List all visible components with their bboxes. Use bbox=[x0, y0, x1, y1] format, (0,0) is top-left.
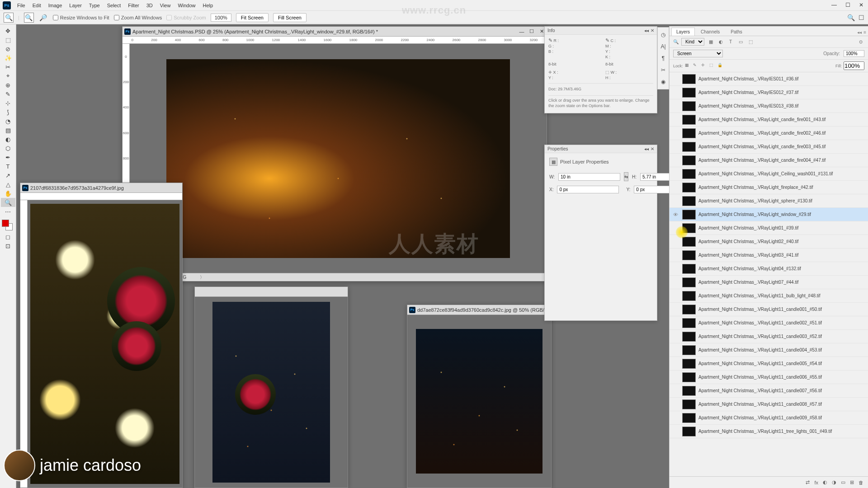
visibility-toggle[interactable] bbox=[671, 156, 679, 164]
menu-layer[interactable]: Layer bbox=[66, 3, 85, 8]
layer-item[interactable]: Apartment_Night Christmas_.VRayLight01_#… bbox=[670, 221, 868, 235]
canvas-tree[interactable] bbox=[195, 297, 348, 488]
screen-mode[interactable]: ⊡ bbox=[1, 241, 15, 250]
tool-path[interactable]: ↗ bbox=[1, 171, 15, 180]
blend-mode-select[interactable]: Screen bbox=[673, 50, 723, 57]
mask-icon[interactable]: ◐ bbox=[823, 479, 827, 485]
fit-screen-button[interactable]: Fit Screen bbox=[236, 13, 269, 22]
adjustments-icon[interactable]: ✂ bbox=[659, 65, 668, 75]
tool-zoom[interactable]: 🔍 bbox=[1, 198, 15, 207]
visibility-toggle[interactable] bbox=[671, 89, 679, 97]
tab-channels[interactable]: Channels bbox=[696, 28, 725, 36]
lock-image-icon[interactable]: ✎ bbox=[693, 63, 699, 69]
close-button[interactable]: ✕ bbox=[854, 0, 868, 10]
tool-hand[interactable]: ✋ bbox=[1, 189, 15, 198]
filter-shape-icon[interactable]: ▭ bbox=[737, 38, 744, 46]
filter-smart-icon[interactable]: ⬚ bbox=[747, 38, 754, 46]
layer-item[interactable]: Apartment_Night Christmas_.VRayIES013_#3… bbox=[670, 99, 868, 113]
layer-item[interactable]: Apartment_Night Christmas_.VRayLight07_#… bbox=[670, 276, 868, 289]
libraries-icon[interactable]: ◉ bbox=[659, 76, 668, 87]
lock-all-icon[interactable]: 🔒 bbox=[717, 63, 724, 69]
menu-view[interactable]: View bbox=[156, 3, 175, 8]
layer-item[interactable]: Apartment_Night Christmas_.VRayLight11_c… bbox=[670, 330, 868, 343]
layer-item[interactable]: Apartment_Night Christmas_.VRayLight_Cei… bbox=[670, 167, 868, 181]
close-icon[interactable]: ✕ bbox=[651, 28, 654, 33]
visibility-toggle[interactable] bbox=[671, 346, 679, 354]
doc-minimize[interactable]: — bbox=[517, 27, 527, 36]
layer-item[interactable]: Apartment_Night Christmas_.VRayLight03_#… bbox=[670, 249, 868, 262]
scrubby-zoom-checkbox[interactable]: Scrubby Zoom bbox=[166, 15, 206, 20]
filter-pixel-icon[interactable]: ▦ bbox=[707, 38, 714, 46]
layer-list[interactable]: Apartment_Night Christmas_.VRayIES011_#3… bbox=[670, 72, 868, 476]
layer-item[interactable]: Apartment_Night Christmas_.VRayLight_can… bbox=[670, 127, 868, 140]
delete-layer-icon[interactable]: 🗑 bbox=[859, 480, 863, 485]
layer-item[interactable]: Apartment_Night Christmas_.VRayLight11_c… bbox=[670, 343, 868, 357]
visibility-toggle[interactable] bbox=[671, 251, 679, 259]
document-tab-main[interactable]: Ps Apartment_Night Christmas.PSD @ 25% (… bbox=[123, 27, 547, 37]
menu-window[interactable]: Window bbox=[174, 3, 199, 8]
adjustment-layer-icon[interactable]: ◑ bbox=[832, 479, 836, 485]
visibility-toggle[interactable] bbox=[671, 319, 679, 327]
layer-item[interactable]: Apartment_Night Christmas_.VRayLight11_c… bbox=[670, 398, 868, 411]
layer-item[interactable]: Apartment_Night Christmas_.VRayLight11_t… bbox=[670, 425, 868, 438]
tool-history-brush[interactable]: ⟆ bbox=[1, 108, 15, 117]
tool-dodge[interactable]: ⬡ bbox=[1, 144, 15, 153]
menu-select[interactable]: Select bbox=[104, 3, 125, 8]
canvas-bokeh[interactable] bbox=[28, 200, 182, 488]
tool-healing[interactable]: ⊕ bbox=[1, 80, 15, 89]
tool-stamp[interactable]: ⊹ bbox=[1, 99, 15, 108]
visibility-toggle[interactable] bbox=[671, 116, 679, 124]
tool-blur[interactable]: ◐ bbox=[1, 135, 15, 144]
new-layer-icon[interactable]: ⊞ bbox=[850, 479, 854, 485]
maximize-button[interactable]: ☐ bbox=[841, 0, 854, 10]
tool-more[interactable]: ⋯ bbox=[1, 207, 15, 216]
visibility-toggle[interactable] bbox=[671, 238, 679, 246]
zoom-value[interactable]: 100% bbox=[211, 14, 231, 22]
layer-item[interactable]: Apartment_Night Christmas_.VRayLight_can… bbox=[670, 154, 868, 167]
layer-item[interactable]: Apartment_Night Christmas_.VRayLight_can… bbox=[670, 140, 868, 154]
layer-item[interactable]: Apartment_Night Christmas_.VRayIES012_#3… bbox=[670, 86, 868, 99]
menu-3d[interactable]: 3D bbox=[143, 3, 156, 8]
prop-x[interactable] bbox=[557, 186, 619, 193]
link-wh-icon[interactable]: ⇆ bbox=[624, 172, 628, 181]
layer-item[interactable]: Apartment_Night Christmas_.VRayLight11_c… bbox=[670, 411, 868, 425]
layer-item[interactable]: Apartment_Night Christmas_.VRayIES011_#3… bbox=[670, 72, 868, 86]
minimize-button[interactable]: — bbox=[827, 0, 841, 10]
canvas-main[interactable] bbox=[130, 44, 547, 273]
filter-toggle[interactable]: ⊙ bbox=[857, 38, 864, 46]
visibility-toggle[interactable] bbox=[671, 373, 679, 381]
resize-windows-checkbox[interactable]: Resize Windows to Fit bbox=[53, 15, 109, 20]
panel-menu-icon[interactable]: ≡ bbox=[863, 30, 866, 35]
document-tab-street[interactable]: Ps dd7ae872ce83f94ad9d3760cad9c842c.jpg … bbox=[407, 305, 551, 315]
tool-eraser[interactable]: ◔ bbox=[1, 117, 15, 126]
tool-type[interactable]: T bbox=[1, 162, 15, 171]
tab-layers[interactable]: Layers bbox=[671, 28, 695, 36]
fx-icon[interactable]: fx bbox=[814, 480, 818, 485]
visibility-toggle[interactable] bbox=[671, 292, 679, 300]
menu-file[interactable]: File bbox=[14, 3, 29, 8]
visibility-toggle[interactable] bbox=[671, 400, 679, 408]
tool-brush[interactable]: ✎ bbox=[1, 89, 15, 99]
search-icon[interactable]: 🔍 bbox=[847, 14, 855, 21]
tool-shape[interactable]: △ bbox=[1, 180, 15, 189]
menu-type[interactable]: Type bbox=[85, 3, 104, 8]
visibility-toggle[interactable] bbox=[671, 305, 679, 314]
collapse-icon[interactable]: ◂◂ bbox=[644, 28, 649, 33]
menu-filter[interactable]: Filter bbox=[124, 3, 142, 8]
visibility-toggle[interactable] bbox=[671, 102, 679, 110]
visibility-toggle[interactable] bbox=[671, 427, 679, 436]
tool-marquee[interactable]: ⬚ bbox=[1, 35, 15, 44]
layer-item[interactable]: 👁Apartment_Night Christmas_.VRayLight_wi… bbox=[670, 208, 868, 221]
layer-item[interactable]: Apartment_Night Christmas_.VRayLight11_c… bbox=[670, 371, 868, 384]
visibility-toggle[interactable] bbox=[671, 333, 679, 341]
lock-position-icon[interactable]: ✛ bbox=[701, 63, 708, 69]
color-swatches[interactable] bbox=[0, 220, 16, 232]
visibility-toggle[interactable] bbox=[671, 129, 679, 137]
visibility-toggle[interactable] bbox=[671, 197, 679, 205]
zoom-out-icon[interactable]: 🔎 bbox=[38, 13, 48, 23]
layer-item[interactable]: Apartment_Night Christmas_.VRayLight02_#… bbox=[670, 235, 868, 249]
foreground-color[interactable] bbox=[2, 220, 9, 227]
visibility-toggle[interactable] bbox=[671, 265, 679, 273]
history-icon[interactable]: ◷ bbox=[659, 29, 668, 40]
menu-edit[interactable]: Edit bbox=[29, 3, 45, 8]
